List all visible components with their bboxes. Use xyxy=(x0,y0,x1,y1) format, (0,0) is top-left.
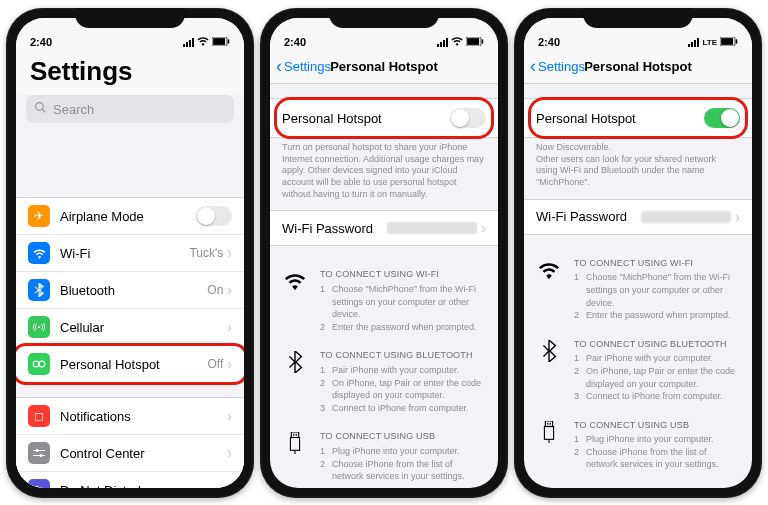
list-item: On iPhone, tap Pair or enter the code di… xyxy=(586,365,740,390)
signal-icon xyxy=(688,38,699,47)
hotspot-icon xyxy=(28,353,50,375)
cellular-icon xyxy=(28,316,50,338)
status-indicators: LTE xyxy=(678,37,738,48)
back-button[interactable]: ‹ Settings xyxy=(270,56,331,77)
instructions-title: TO CONNECT USING BLUETOOTH xyxy=(320,349,486,362)
wifi-icon xyxy=(451,36,463,48)
row-value: Tuck's xyxy=(189,246,223,260)
chevron-left-icon: ‹ xyxy=(276,56,282,77)
bluetooth-icon xyxy=(282,349,308,414)
svg-point-3 xyxy=(36,103,44,111)
row-cellular[interactable]: Cellular › xyxy=(16,309,244,346)
list-item: Connect to iPhone from computer. xyxy=(586,390,723,403)
instructions: TO CONNECT USING WI-FI 1Choose "MichPhon… xyxy=(270,262,498,488)
airplane-icon: ✈ xyxy=(28,205,50,227)
row-airplane-mode[interactable]: ✈ Airplane Mode xyxy=(16,198,244,235)
row-notifications[interactable]: ◻ Notifications › xyxy=(16,398,244,435)
svg-rect-15 xyxy=(482,39,484,44)
list-item: Plug iPhone into your computer. xyxy=(332,445,460,458)
hotspot-toggle-off[interactable] xyxy=(450,108,486,128)
svg-rect-23 xyxy=(736,39,738,44)
instructions-wifi: TO CONNECT USING WI-FI 1Choose "MichPhon… xyxy=(524,251,752,332)
row-label: Cellular xyxy=(60,320,227,335)
notch xyxy=(75,8,185,28)
svg-rect-17 xyxy=(293,434,294,436)
row-label: Personal Hotspot xyxy=(60,357,208,372)
row-personal-hotspot[interactable]: Personal Hotspot Off › xyxy=(16,346,244,382)
notch xyxy=(329,8,439,28)
row-label: Control Center xyxy=(60,446,227,461)
svg-rect-27 xyxy=(544,426,553,439)
instructions-title: TO CONNECT USING USB xyxy=(320,430,486,443)
screen-hotspot-off: 2:40 ‹ Settings Personal Hotspot P xyxy=(270,18,498,488)
list-item: Connect to iPhone from computer. xyxy=(332,402,469,415)
back-label: Settings xyxy=(284,59,331,74)
list-item: Enter the password when prompted. xyxy=(332,321,477,334)
signal-icon xyxy=(437,38,448,47)
svg-rect-26 xyxy=(550,423,551,425)
svg-rect-24 xyxy=(545,421,552,427)
search-input[interactable]: Search xyxy=(26,95,234,123)
chevron-left-icon: ‹ xyxy=(530,56,536,77)
row-value: On xyxy=(207,283,223,297)
usb-icon xyxy=(282,430,308,482)
status-time: 2:40 xyxy=(30,36,80,48)
instructions-usb: TO CONNECT USING USB 1Plug iPhone into y… xyxy=(524,413,752,481)
row-wifi[interactable]: Wi-Fi Tuck's › xyxy=(16,235,244,272)
wifi-password-row[interactable]: Wi-Fi Password › xyxy=(270,211,498,245)
list-item: Plug iPhone into your computer. xyxy=(586,433,714,446)
chevron-right-icon: › xyxy=(227,282,232,298)
row-bluetooth[interactable]: Bluetooth On › xyxy=(16,272,244,309)
notch xyxy=(583,8,693,28)
instructions-bluetooth: TO CONNECT USING BLUETOOTH 1Pair iPhone … xyxy=(270,343,498,424)
toggle-label: Personal Hotspot xyxy=(536,111,636,126)
search-placeholder: Search xyxy=(53,102,94,117)
svg-rect-2 xyxy=(228,39,230,44)
battery-icon xyxy=(720,37,738,48)
status-indicators xyxy=(424,36,484,48)
phone-frame-1: 2:40 Settings Search ✈ xyxy=(6,8,254,498)
screen-settings-root: 2:40 Settings Search ✈ xyxy=(16,18,244,488)
airplane-toggle[interactable] xyxy=(196,206,232,226)
row-control-center[interactable]: Control Center › xyxy=(16,435,244,472)
status-indicators xyxy=(170,36,230,48)
chevron-right-icon: › xyxy=(227,482,232,488)
lte-label: LTE xyxy=(702,38,717,47)
svg-rect-25 xyxy=(547,423,548,425)
phone-frame-2: 2:40 ‹ Settings Personal Hotspot P xyxy=(260,8,508,498)
chevron-right-icon: › xyxy=(227,408,232,424)
notifications-icon: ◻ xyxy=(28,405,50,427)
row-label: Bluetooth xyxy=(60,283,207,298)
list-item: Pair iPhone with your computer. xyxy=(586,352,713,365)
status-time: 2:40 xyxy=(284,36,334,48)
settings-list: ✈ Airplane Mode Wi-Fi Tuck's › Bl xyxy=(16,133,244,488)
row-label: Airplane Mode xyxy=(60,209,196,224)
wifi-password-label: Wi-Fi Password xyxy=(536,209,627,224)
search-icon xyxy=(34,101,47,117)
footer-line: Now Discoverable. xyxy=(536,142,611,152)
chevron-right-icon: › xyxy=(227,356,232,372)
bluetooth-icon xyxy=(536,338,562,403)
instructions-wifi: TO CONNECT USING WI-FI 1Choose "MichPhon… xyxy=(270,262,498,343)
svg-line-4 xyxy=(42,109,45,112)
row-do-not-disturb[interactable]: Do Not Disturb › xyxy=(16,472,244,488)
control-center-icon xyxy=(28,442,50,464)
battery-icon xyxy=(466,37,484,48)
instructions: TO CONNECT USING WI-FI 1Choose "MichPhon… xyxy=(524,251,752,481)
back-button[interactable]: ‹ Settings xyxy=(524,56,585,77)
hotspot-toggle-on[interactable] xyxy=(704,108,740,128)
wifi-icon xyxy=(536,257,562,322)
bluetooth-icon xyxy=(28,279,50,301)
instructions-bluetooth: TO CONNECT USING BLUETOOTH 1Pair iPhone … xyxy=(524,332,752,413)
instructions-title: TO CONNECT USING WI-FI xyxy=(320,268,486,281)
hotspot-toggle-row[interactable]: Personal Hotspot xyxy=(524,99,752,137)
list-item: On iPhone, tap Pair or enter the code di… xyxy=(332,377,486,402)
hotspot-toggle-row[interactable]: Personal Hotspot xyxy=(270,99,498,137)
wifi-password-row[interactable]: Wi-Fi Password › xyxy=(524,200,752,234)
screen-hotspot-on: 2:40 LTE ‹ Settings Personal Hotspot Per… xyxy=(524,18,752,488)
signal-icon xyxy=(183,38,194,47)
status-time: 2:40 xyxy=(538,36,588,48)
list-item: Choose "MichPhone" from the Wi-Fi settin… xyxy=(586,271,740,309)
row-value: Off xyxy=(208,357,224,371)
footer-line: Other users can look for your shared net… xyxy=(536,154,716,187)
